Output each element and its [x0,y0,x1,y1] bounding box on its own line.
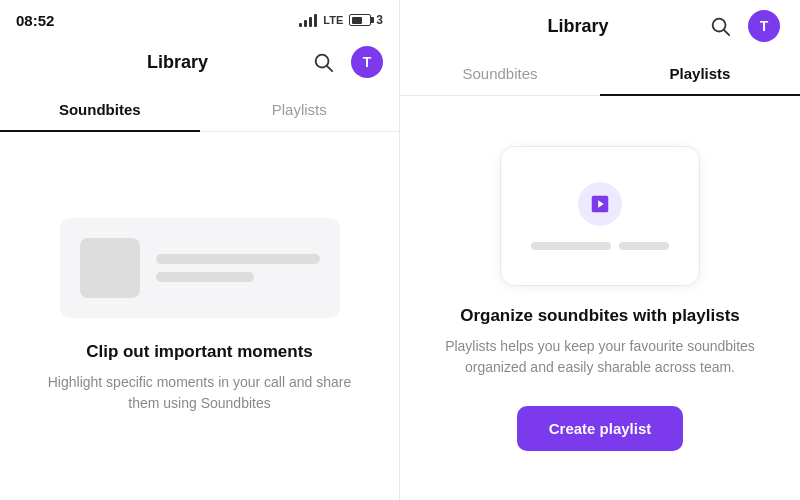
avatar-label: T [363,54,372,70]
right-header: Library T [400,0,800,52]
right-search-icon [709,15,731,37]
right-header-actions: T [704,10,780,42]
left-tabs: Soundbites Playlists [0,88,399,132]
tab-soundbites-left-label: Soundbites [59,101,141,118]
playlist-icon-circle [578,182,622,226]
signal-bars [299,13,317,27]
tab-soundbites-left[interactable]: Soundbites [0,89,200,132]
right-avatar-label: T [760,18,769,34]
signal-bar-2 [304,20,307,27]
search-icon [312,51,334,73]
left-nav: Library T [0,36,399,88]
svg-line-3 [724,30,729,35]
avatar-button[interactable]: T [351,46,383,78]
signal-bar-4 [314,14,317,27]
signal-bar-3 [309,17,312,27]
playlist-info-title: Organize soundbites with playlists [444,306,756,326]
create-playlist-button[interactable]: Create playlist [517,406,684,451]
tab-playlists-right-label: Playlists [670,65,731,82]
placeholder-line-1 [156,254,320,264]
playlist-info-desc: Playlists helps you keep your favourite … [444,336,756,378]
svg-line-1 [327,66,332,71]
playlist-card-lines [531,242,669,250]
playlist-card-line-1 [531,242,611,250]
tab-soundbites-right-label: Soundbites [462,65,537,82]
right-panel: Library T Soundbites Playlists [400,0,800,500]
tab-playlists-left-label: Playlists [272,101,327,118]
playlist-music-icon [589,193,611,215]
right-search-button[interactable] [704,10,736,42]
right-avatar-button[interactable]: T [748,10,780,42]
left-content: Clip out important moments Highlight spe… [0,132,399,500]
soundbite-info-title: Clip out important moments [44,342,355,362]
right-header-title: Library [452,16,704,37]
lte-label: LTE [323,14,343,26]
battery-fill [352,17,362,24]
status-time: 08:52 [16,12,54,29]
placeholder-lines [156,254,320,282]
soundbite-info-section: Clip out important moments Highlight spe… [24,342,375,414]
status-right: LTE 3 [299,13,383,27]
right-content: Organize soundbites with playlists Playl… [400,96,800,500]
right-tabs: Soundbites Playlists [400,52,800,96]
search-button[interactable] [307,46,339,78]
left-panel: 08:52 LTE 3 Library T [0,0,400,500]
signal-bar-1 [299,23,302,27]
playlist-card-line-2 [619,242,669,250]
left-nav-title: Library [60,52,295,73]
battery-icon [349,14,371,26]
soundbite-info-desc: Highlight specific moments in your call … [44,372,355,414]
playlist-illustration-card [500,146,700,286]
battery-level: 3 [376,13,383,27]
playlist-info-section: Organize soundbites with playlists Playl… [424,306,776,378]
status-bar: 08:52 LTE 3 [0,0,399,36]
soundbite-placeholder-card [60,218,340,318]
tab-playlists-left[interactable]: Playlists [200,89,400,132]
placeholder-thumbnail [80,238,140,298]
tab-playlists-right[interactable]: Playlists [600,53,800,96]
tab-soundbites-right[interactable]: Soundbites [400,53,600,96]
placeholder-line-2 [156,272,254,282]
